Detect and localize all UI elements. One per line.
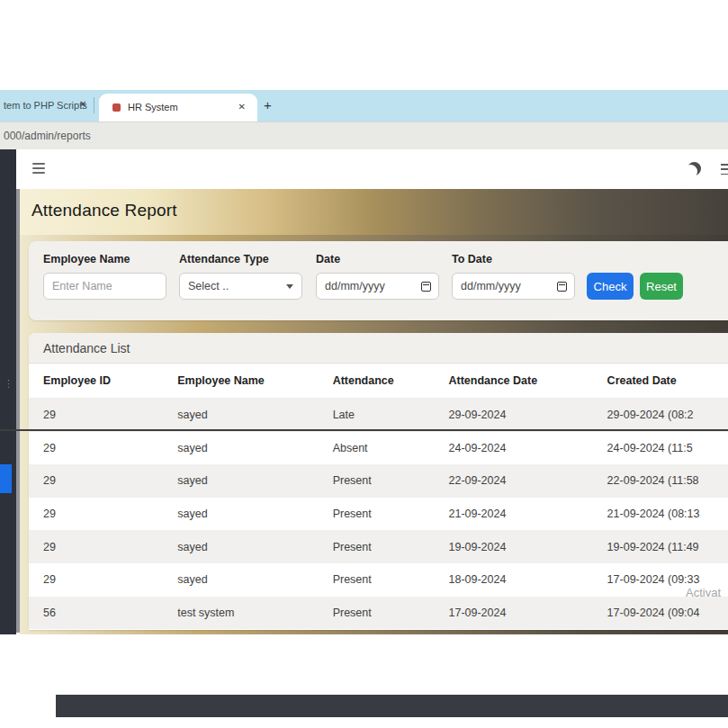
cell-created-date: 17-09-2024 (09:33	[607, 573, 728, 586]
cell-attendance: Present	[333, 541, 449, 553]
table-row[interactable]: 29 sayed Late 29-09-2024 29-09-2024 (08:…	[29, 399, 728, 432]
cell-attendance-date: 24-09-2024	[448, 442, 607, 454]
cell-employee-name: sayed	[177, 474, 332, 487]
cell-created-date: 22-09-2024 (11:58	[607, 474, 728, 487]
tab-title: tem to PHP Scripts	[4, 100, 87, 111]
date-label: Date	[316, 253, 340, 265]
column-header-employee-name[interactable]: Employee Name	[177, 374, 332, 387]
tab-hr-system[interactable]: HR System ✕	[99, 94, 257, 121]
hr-system-favicon-icon	[112, 103, 121, 112]
cell-employee-id: 29	[43, 573, 177, 586]
browser-url-bar[interactable]: 000/admin/reports	[0, 121, 728, 149]
sidebar-ellipsis-icon[interactable]: ⋮	[4, 378, 13, 390]
cell-employee-id: 29	[43, 541, 177, 553]
to-date-value: dd/mm/yyyy	[461, 280, 521, 292]
cell-employee-name: sayed	[177, 442, 332, 454]
cell-created-date: 29-09-2024 (08:2	[607, 409, 728, 421]
tab-php-scripts[interactable]: tem to PHP Scripts ✕	[0, 90, 94, 121]
cell-employee-id: 29	[43, 409, 177, 421]
tab-close-icon[interactable]: ✕	[79, 99, 86, 109]
cell-employee-id: 29	[43, 508, 177, 520]
sidebar	[0, 149, 16, 634]
table-row[interactable]: 56 test system Present 17-09-2024 17-09-…	[29, 597, 728, 630]
cell-employee-name: sayed	[177, 409, 332, 421]
reset-button[interactable]: Reset	[640, 273, 683, 300]
cell-attendance: Present	[333, 573, 449, 586]
attendance-list-title: Attendance List	[29, 333, 728, 364]
filter-panel: Employee Name Attendance Type Select .. …	[29, 241, 728, 320]
cell-employee-name: test system	[177, 607, 332, 619]
tab-title: HR System	[128, 102, 178, 112]
url-text: 000/admin/reports	[4, 130, 91, 142]
cell-attendance-date: 21-09-2024	[448, 508, 607, 520]
attendance-type-select[interactable]: Select ..	[179, 273, 302, 300]
cell-attendance: Present	[333, 607, 449, 619]
new-tab-button[interactable]: +	[264, 97, 272, 112]
cell-attendance-date: 17-09-2024	[448, 607, 607, 619]
cell-attendance-date: 19-09-2024	[448, 541, 607, 553]
column-header-attendance[interactable]: Attendance	[333, 374, 449, 387]
employee-name-label: Employee Name	[43, 253, 130, 265]
tab-divider	[94, 97, 94, 113]
column-header-created-date[interactable]: Created Date	[607, 374, 728, 387]
employee-name-input[interactable]	[43, 273, 166, 300]
page-title: Attendance Report	[31, 201, 177, 220]
table-row[interactable]: 29 sayed Present 18-09-2024 17-09-2024 (…	[29, 563, 728, 597]
cell-employee-name: sayed	[177, 573, 332, 586]
table-row[interactable]: 29 sayed Present 21-09-2024 21-09-2024 (…	[29, 498, 728, 531]
cell-attendance: Late	[333, 409, 449, 421]
tab-close-icon[interactable]: ✕	[238, 102, 246, 112]
page-banner: Attendance Report	[20, 189, 728, 235]
cell-attendance-date: 18-09-2024	[448, 573, 607, 586]
window-edge-line	[0, 429, 728, 431]
dark-mode-moon-icon[interactable]	[688, 162, 701, 175]
column-header-attendance-date[interactable]: Attendance Date	[448, 374, 607, 387]
table-header-row: Employee ID Employee Name Attendance Att…	[29, 364, 728, 399]
cell-created-date: 19-09-2024 (11:49	[607, 541, 728, 553]
to-date-label: To Date	[452, 253, 492, 265]
hamburger-menu-icon[interactable]	[32, 163, 45, 174]
table-row[interactable]: 29 sayed Absent 24-09-2024 24-09-2024 (1…	[29, 432, 728, 465]
column-header-employee-id[interactable]: Employee ID	[43, 374, 177, 387]
sidebar-active-item[interactable]	[0, 464, 12, 493]
calendar-icon[interactable]	[421, 282, 431, 292]
activate-windows-watermark: Activat	[686, 586, 721, 599]
attendance-type-value: Select ..	[188, 280, 229, 292]
cell-created-date: 17-09-2024 (09:04	[607, 607, 728, 619]
to-date-input[interactable]: dd/mm/yyyy	[452, 273, 575, 300]
cell-created-date: 24-09-2024 (11:5	[607, 442, 728, 454]
attendance-list-card: Attendance List Employee ID Employee Nam…	[29, 333, 728, 630]
date-value: dd/mm/yyyy	[325, 280, 385, 292]
cell-employee-id: 29	[43, 442, 177, 454]
cell-attendance: Present	[333, 508, 449, 520]
cell-employee-id: 56	[43, 607, 177, 619]
check-button[interactable]: Check	[587, 273, 634, 300]
cell-employee-name: sayed	[177, 541, 332, 553]
app-top-bar	[20, 149, 728, 189]
table-row[interactable]: 29 sayed Present 19-09-2024 19-09-2024 (…	[29, 530, 728, 563]
cell-attendance-date: 22-09-2024	[448, 474, 607, 487]
cell-employee-name: sayed	[177, 508, 332, 520]
cell-created-date: 21-09-2024 (08:13	[607, 508, 728, 520]
date-input[interactable]: dd/mm/yyyy	[316, 273, 439, 300]
chevron-down-icon	[286, 284, 293, 289]
cell-attendance: Absent	[333, 442, 449, 454]
calendar-icon[interactable]	[557, 282, 567, 292]
cell-employee-id: 29	[43, 474, 177, 487]
table-row[interactable]: 29 sayed Present 22-09-2024 22-09-2024 (…	[29, 464, 728, 498]
list-icon[interactable]	[721, 164, 728, 175]
attendance-type-label: Attendance Type	[179, 253, 269, 265]
cell-attendance: Present	[333, 474, 449, 487]
cell-attendance-date: 29-09-2024	[448, 409, 607, 421]
taskbar-fragment	[56, 695, 728, 717]
